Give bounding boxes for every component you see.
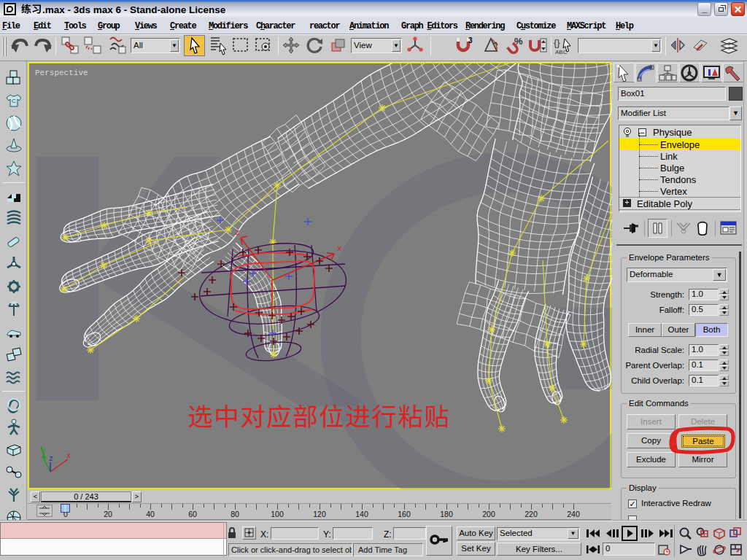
svg-text:x: x	[337, 244, 342, 253]
svg-text:ABC: ABC	[555, 49, 568, 55]
svg-text:z: z	[235, 228, 240, 237]
svg-text:y: y	[41, 446, 45, 454]
svg-text:C: C	[12, 98, 16, 104]
svg-text:Perspective: Perspective	[35, 69, 88, 77]
svg-text:3: 3	[468, 36, 473, 44]
svg-text:z: z	[49, 455, 53, 463]
svg-text:.max - 3ds max 6 - Stand-alone: .max - 3ds max 6 - Stand-alone License	[42, 4, 226, 15]
svg-text:x: x	[66, 452, 71, 460]
svg-text:{}: {}	[554, 37, 560, 48]
